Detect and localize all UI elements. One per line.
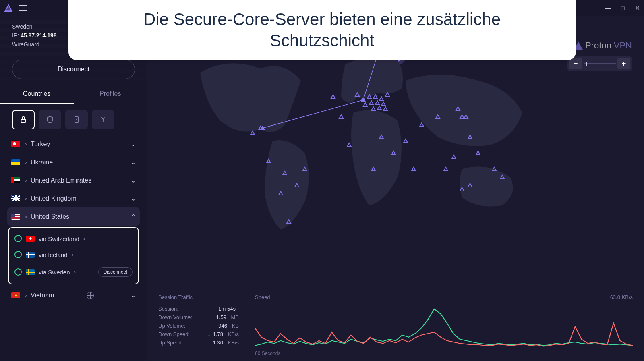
- stat-row: Up Speed:↑ 1.30 KB/s: [158, 340, 239, 346]
- country-item-united-arab-emirates[interactable]: ›› United Arab Emirates ⌄: [7, 171, 140, 189]
- banner-title: Die Secure-Core-Server bieten eine zusät…: [93, 9, 552, 51]
- connect-circle-icon: [14, 251, 22, 258]
- maximize-button[interactable]: ◻: [621, 5, 625, 11]
- chevron-down-icon: ⌄: [130, 140, 136, 148]
- filter-row: [0, 104, 147, 135]
- country-item-vietnam[interactable]: ›› Vietnam ⌄: [7, 286, 140, 304]
- tab-countries[interactable]: Countries: [0, 85, 74, 104]
- country-item-united-kingdom[interactable]: ›› United Kingdom ⌄: [7, 189, 140, 207]
- flag-icon: [26, 269, 35, 275]
- country-item-ukraine[interactable]: ›› Ukraine ⌄: [7, 153, 140, 171]
- globe-icon: [87, 292, 94, 299]
- secure-core-icon: ››: [72, 252, 72, 257]
- chevron-down-icon: ⌄: [130, 291, 136, 299]
- secure-core-icon: ››: [25, 178, 26, 183]
- stat-value: ↑ 1.30 KB/s: [207, 340, 239, 346]
- country-name: Vietnam: [31, 292, 54, 299]
- server-disconnect-button[interactable]: Disconnect: [98, 267, 133, 277]
- speed-chart: [255, 303, 633, 348]
- flag-icon: [11, 159, 20, 165]
- country-list[interactable]: ›› Turkey ⌄ ›› Ukraine ⌄ ›› United Arab …: [0, 135, 147, 361]
- connect-circle-icon: [14, 235, 22, 242]
- server-label: via Switzerland: [39, 235, 79, 242]
- ip-address: 45.87.214.198: [21, 32, 57, 39]
- secure-core-icon: ››: [25, 214, 26, 220]
- tab-profiles[interactable]: Profiles: [74, 85, 147, 104]
- menu-button[interactable]: [19, 5, 27, 11]
- server-via-sweden[interactable]: via Sweden ›› Disconnect: [9, 263, 138, 281]
- map-view[interactable]: ProtonVPN − + Session Tra: [147, 16, 644, 361]
- secure-core-icon: ››: [25, 141, 26, 147]
- stat-label: Session:: [158, 306, 178, 312]
- session-traffic-label: Session Traffic: [158, 294, 239, 300]
- secure-core-icon: ››: [25, 196, 26, 201]
- country-item-turkey[interactable]: ›› Turkey ⌄: [7, 135, 140, 153]
- tab-bar: Countries Profiles: [0, 85, 147, 104]
- chevron-down-icon: ⌄: [130, 176, 136, 184]
- stat-label: Down Volume:: [158, 314, 192, 320]
- stat-value: ↓ 1.78 KB/s: [207, 331, 239, 337]
- speed-label: Speed: [255, 294, 270, 300]
- server-label: via Iceland: [39, 251, 68, 258]
- close-button[interactable]: ✕: [635, 5, 640, 11]
- traffic-panel: Session Traffic Session: 1m 54sDown Volu…: [147, 288, 644, 361]
- server-label: via Sweden: [39, 269, 70, 276]
- stat-label: Down Speed:: [158, 331, 190, 337]
- country-name: United Kingdom: [31, 195, 77, 202]
- stat-label: Up Speed:: [158, 340, 183, 346]
- secure-core-icon: ››: [25, 160, 26, 165]
- server-via-iceland[interactable]: via Iceland ››: [9, 247, 138, 263]
- stat-label: Up Volume:: [158, 323, 185, 329]
- flag-icon: [11, 141, 20, 147]
- stat-value: 1.59 MB: [216, 314, 239, 320]
- stat-row: Down Volume: 1.59 MB: [158, 314, 239, 320]
- app-logo-icon: [4, 4, 13, 12]
- secure-core-icon: ››: [25, 293, 26, 298]
- minimize-button[interactable]: —: [605, 5, 611, 11]
- chevron-down-icon: ⌄: [130, 195, 136, 202]
- chevron-up-icon: ⌃: [130, 213, 136, 220]
- secure-core-icon: ››: [83, 236, 84, 241]
- country-item-united-states[interactable]: ›› United States ⌃: [7, 207, 140, 226]
- stat-row: Down Speed:↓ 1.78 KB/s: [158, 331, 239, 337]
- connection-location: Sweden: [12, 23, 33, 30]
- secure-core-icon: ››: [74, 269, 75, 275]
- speed-max-label: 63.0 KB/s: [610, 294, 633, 300]
- flag-icon: [26, 252, 35, 258]
- filter-secure-core[interactable]: [12, 110, 35, 129]
- flag-icon: [11, 195, 20, 201]
- stat-row: Session: 1m 54s: [158, 306, 239, 312]
- filter-p2p[interactable]: [65, 110, 88, 129]
- protocol-label: WireGuard: [12, 41, 39, 48]
- stat-value: 1m 54s: [218, 306, 239, 312]
- flag-icon: [11, 292, 20, 298]
- connect-circle-icon: [14, 268, 22, 276]
- stat-value: 946 KB: [218, 323, 239, 329]
- flag-icon: [11, 177, 20, 183]
- disconnect-button[interactable]: Disconnect: [12, 60, 135, 79]
- svg-rect-0: [21, 119, 26, 122]
- sidebar: Sweden IP: 45.87.214.198 64% Load WireGu…: [0, 16, 147, 361]
- secure-core-servers: via Switzerland ›› via Iceland ›› via Sw…: [8, 227, 139, 284]
- server-via-switzerland[interactable]: via Switzerland ››: [9, 230, 138, 247]
- filter-tor[interactable]: [92, 110, 114, 129]
- country-name: United Arab Emirates: [31, 177, 91, 184]
- stat-row: Up Volume: 946 KB: [158, 323, 239, 329]
- annotation-banner: Die Secure-Core-Server bieten eine zusät…: [68, 0, 576, 60]
- chevron-down-icon: ⌄: [130, 158, 136, 166]
- flag-icon: [26, 236, 35, 242]
- speed-footer: 60 Seconds: [255, 351, 633, 356]
- country-name: United States: [31, 213, 69, 220]
- country-name: Turkey: [31, 141, 50, 148]
- filter-netshield[interactable]: [39, 110, 61, 129]
- flag-icon: [11, 214, 20, 220]
- country-name: Ukraine: [31, 159, 53, 166]
